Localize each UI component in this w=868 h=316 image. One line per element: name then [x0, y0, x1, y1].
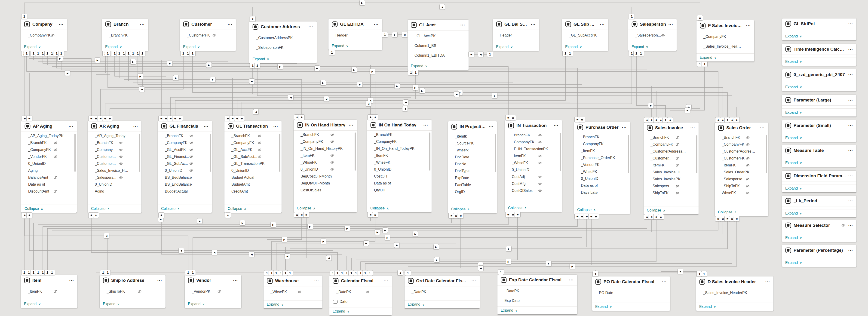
more-options-icon[interactable]: ⋯	[273, 125, 278, 128]
hidden-eye-icon[interactable]	[189, 141, 193, 145]
table-card-in-projection[interactable]: IN Projection⋯_itemfk_SourcePK_whsefkDoc…	[448, 121, 497, 213]
field-row[interactable]: _whsefk	[448, 147, 497, 154]
field-row[interactable]: _CustomerPK	[180, 31, 236, 40]
table-card-vendor[interactable]: Vendor⋯_VendorPKExpand∨	[185, 275, 241, 308]
table-card-gl-acct[interactable]: GL Acct⋯_GL_AcctPKColumn1_BSColumn1_EBIT…	[407, 20, 469, 70]
field-row[interactable]: _ItemFK	[715, 162, 768, 169]
expand-collapse-button[interactable]: Expand∨	[249, 55, 317, 63]
field-row[interactable]: _BranchFK	[644, 134, 699, 141]
field-row[interactable]: CostOfSales	[505, 187, 562, 194]
field-row[interactable]: BegCostOH-Month	[293, 173, 357, 180]
field-row[interactable]: _ItemFK	[505, 153, 562, 159]
expand-collapse-button[interactable]: Expand∨	[782, 234, 857, 242]
hidden-eye-icon[interactable]	[538, 161, 542, 165]
expand-collapse-button[interactable]: Collapse∧	[367, 204, 432, 212]
field-row[interactable]: BS_BegBalance	[158, 174, 212, 181]
hidden-eye-icon[interactable]	[661, 33, 665, 37]
table-card-measure-selector[interactable]: Measure Selector⋯Expand∨	[782, 220, 857, 242]
more-options-icon[interactable]: ⋯	[848, 73, 853, 76]
field-row[interactable]: _BranchFK	[293, 131, 357, 138]
field-row[interactable]: _Salesperso...	[715, 176, 768, 183]
hidden-eye-icon[interactable]	[217, 289, 221, 293]
relationship-line[interactable]	[306, 212, 351, 276]
hidden-eye-icon[interactable]	[746, 143, 750, 147]
expand-collapse-button[interactable]: Expand∨	[562, 43, 608, 51]
hidden-eye-icon[interactable]	[676, 163, 680, 167]
more-options-icon[interactable]: ⋯	[848, 175, 853, 177]
field-list-scrollbar[interactable]	[139, 134, 140, 172]
expand-collapse-button[interactable]: Expand∨	[493, 43, 539, 51]
more-options-icon[interactable]: ⋯	[227, 23, 232, 26]
hidden-eye-icon[interactable]	[257, 148, 262, 152]
relationship-line[interactable]	[193, 214, 582, 275]
expand-collapse-button[interactable]: Expand∨	[696, 54, 754, 62]
field-row[interactable]: Header	[493, 31, 539, 40]
field-row[interactable]: _GL_Financi...	[158, 153, 212, 160]
field-row[interactable]: _CompanyPK	[21, 31, 67, 40]
table-card-measure-table[interactable]: Measure Table⋯Expand∨	[782, 145, 857, 167]
more-options-icon[interactable]: ⋯	[374, 23, 379, 26]
field-row[interactable]: Aging	[21, 167, 77, 174]
field-row[interactable]: _ShipToPK	[100, 287, 165, 296]
field-list-scrollbar[interactable]	[495, 134, 496, 172]
field-list-scrollbar[interactable]	[560, 133, 561, 171]
expand-collapse-button[interactable]: Expand∨	[180, 43, 236, 51]
field-row[interactable]: _GL_AcctFK	[224, 146, 282, 153]
field-row[interactable]: _F_IN_TransactionPK	[505, 146, 562, 153]
field-row[interactable]: _GL_TransactionPK	[224, 160, 282, 167]
field-row[interactable]: _VendorFK	[21, 153, 77, 160]
field-row[interactable]: 0_UnionID	[293, 166, 357, 173]
field-row[interactable]: _Salespers...	[644, 183, 699, 190]
more-options-icon[interactable]: ⋯	[59, 23, 64, 26]
field-row[interactable]: DocNo	[448, 161, 497, 167]
relationship-line[interactable]	[637, 51, 665, 123]
relationship-line[interactable]	[356, 212, 518, 276]
hidden-eye-icon[interactable]	[189, 155, 193, 159]
expand-collapse-button[interactable]: Expand∨	[264, 300, 322, 308]
more-options-icon[interactable]: ⋯	[314, 280, 319, 282]
field-row[interactable]: _CompanyFK	[644, 141, 699, 148]
relationship-line[interactable]	[38, 212, 508, 275]
relationship-line[interactable]	[43, 214, 578, 275]
hidden-eye-icon[interactable]	[676, 191, 680, 195]
field-row[interactable]: _DatePK	[497, 286, 577, 296]
field-row[interactable]: 0_UnionID	[574, 175, 630, 182]
hidden-eye-icon[interactable]	[330, 139, 334, 144]
field-row[interactable]: OrgID	[448, 188, 497, 195]
field-row[interactable]: Budget Actual	[158, 188, 212, 195]
hidden-eye-icon[interactable]	[538, 175, 542, 179]
field-row[interactable]: _WhseFK	[293, 159, 357, 166]
field-row[interactable]: 0_UnionID	[158, 167, 212, 174]
field-row[interactable]: 0_UnionID	[367, 166, 432, 173]
more-options-icon[interactable]: ⋯	[460, 24, 465, 26]
more-options-icon[interactable]: ⋯	[622, 126, 627, 129]
field-row[interactable]: BalanceAmt	[21, 174, 77, 181]
field-row[interactable]: _GL_AcctPK	[407, 31, 469, 41]
field-row[interactable]: Data as of	[367, 180, 432, 187]
hidden-eye-icon[interactable]	[119, 176, 123, 180]
hidden-eye-icon[interactable]	[330, 160, 334, 165]
field-row[interactable]: _BranchFK	[158, 132, 212, 139]
relationship-line[interactable]	[91, 213, 338, 276]
field-list-scrollbar[interactable]	[429, 132, 430, 170]
field-row[interactable]: _Company...	[88, 146, 142, 153]
field-row[interactable]: _BranchFK	[88, 139, 142, 146]
field-row[interactable]: 0_UnionID	[21, 160, 77, 167]
expand-collapse-button[interactable]: Expand∨	[21, 300, 78, 308]
field-row[interactable]: _ItemFK	[367, 152, 432, 159]
field-row[interactable]: CostAdj	[505, 173, 562, 180]
expand-collapse-button[interactable]: Collapse∧	[505, 204, 562, 212]
field-row[interactable]: QtyOH	[367, 187, 432, 194]
field-row[interactable]: Aging	[88, 188, 142, 195]
expand-collapse-button[interactable]: Expand∨	[405, 300, 479, 308]
table-card-gl-financials[interactable]: GL Financials⋯_BranchFK_CompanyFK_GL_Acc…	[158, 121, 212, 213]
field-row[interactable]: _CompanyFK	[505, 139, 562, 146]
field-row[interactable]: _BranchFK	[21, 139, 77, 146]
expand-collapse-button[interactable]: Expand∨	[782, 209, 857, 217]
hidden-eye-icon[interactable]	[53, 289, 58, 293]
field-row[interactable]: 0_UnionID	[224, 167, 282, 174]
more-options-icon[interactable]: ⋯	[848, 149, 853, 152]
table-card-lk-period[interactable]: _Lk_Period⋯Expand∨	[782, 196, 857, 217]
field-row[interactable]: _Sales_Invoice_Head...	[644, 169, 699, 176]
field-row[interactable]: Budget Actual	[224, 174, 282, 181]
